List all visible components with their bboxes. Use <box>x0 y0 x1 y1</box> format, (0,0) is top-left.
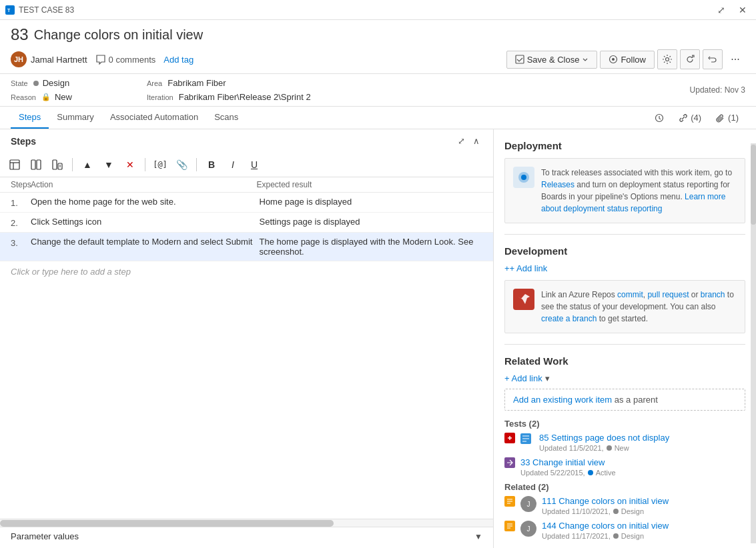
step-expected[interactable]: Home page is displayed <box>260 197 483 207</box>
toolbar-divider-1 <box>72 158 73 171</box>
close-icon[interactable]: ✕ <box>735 3 751 17</box>
iteration-value[interactable]: Fabrikam Fiber\Release 2\Sprint 2 <box>179 92 311 102</box>
undo-icon-button[interactable] <box>703 49 723 69</box>
bold-button[interactable]: B <box>202 155 221 174</box>
work-item-title: Change colors on initial view <box>34 27 203 43</box>
steps-spacer <box>0 282 493 519</box>
add-step-placeholder[interactable]: Click or type here to add a step <box>0 261 493 282</box>
test-item-meta-1: Updated 11/5/2021, New <box>539 444 745 452</box>
right-scrollbar-thumb[interactable] <box>751 145 756 225</box>
step-action[interactable]: Open the home page for the web site. <box>31 197 260 207</box>
test-item-link-2[interactable]: Change initial view <box>532 457 605 467</box>
step-expected[interactable]: The home page is displayed with the Mode… <box>260 237 483 257</box>
deployment-box: To track releases associated with this w… <box>504 158 745 223</box>
related-item-id-1[interactable]: 111 <box>542 496 556 506</box>
related-item-link-1[interactable]: Change colors on initial view <box>558 496 669 506</box>
title-bar: T TEST CASE 83 ⤢ ✕ <box>0 0 756 20</box>
commit-link[interactable]: commit <box>617 290 643 299</box>
step-expected[interactable]: Settings page is displayed <box>260 217 483 227</box>
status-dot-new <box>607 445 612 451</box>
move-down-button[interactable]: ▼ <box>99 155 118 174</box>
expand-icon[interactable]: ⤢ <box>713 3 729 17</box>
col-action-header: Action <box>31 180 257 189</box>
right-pane: Deployment To track releases associated … <box>494 129 756 548</box>
dev-text: Link an Azure Repos commit, pull request… <box>541 289 737 325</box>
tab-associated-automation[interactable]: Associated Automation <box>102 107 206 129</box>
steps-toolbar: ▲ ▼ ✕ [@] 📎 B I U <box>0 153 493 177</box>
tabs-bar: Steps Summary Associated Automation Scan… <box>0 107 756 129</box>
col-steps-header: Steps <box>11 180 31 189</box>
attachment-button[interactable]: 📎 <box>172 155 191 174</box>
title-bar-right: ⤢ ✕ <box>713 3 751 17</box>
area-value[interactable]: Fabrikam Fiber <box>167 78 226 88</box>
table-row[interactable]: 3. Change the default template to Modern… <box>0 233 493 261</box>
step-action[interactable]: Change the default template to Modern an… <box>31 237 260 247</box>
add-action-button[interactable] <box>27 155 45 174</box>
table-row[interactable]: 1. Open the home page for the web site. … <box>0 193 493 213</box>
horizontal-scrollbar[interactable] <box>0 519 493 527</box>
add-parent-suffix: as a parent <box>612 395 658 405</box>
delete-button[interactable]: ✕ <box>121 155 139 174</box>
collapse-icon[interactable]: ∧ <box>470 135 482 147</box>
refresh-icon-button[interactable] <box>680 49 700 69</box>
branch-link[interactable]: branch <box>701 290 725 299</box>
add-tag-button[interactable]: Add tag <box>163 55 194 65</box>
step-action[interactable]: Click Settings icon <box>31 217 260 227</box>
follow-button[interactable]: Follow <box>600 51 655 69</box>
comments-link[interactable]: 0 comments <box>95 54 156 65</box>
parameter-button[interactable]: [@] <box>151 155 169 174</box>
list-item: 85 Settings page does not display Update… <box>504 433 745 452</box>
test-item-title-2: 33 Change initial view <box>520 457 745 467</box>
main-content: Steps ⤢ ∧ ▲ ▼ ✕ [@] 📎 <box>0 129 756 548</box>
add-dev-link[interactable]: + + Add link <box>504 263 745 273</box>
list-item: J 144 Change colors on initial view Upda… <box>504 521 745 540</box>
test-item-link-1[interactable]: Settings page does not display <box>551 433 669 443</box>
author-info: JH Jamal Hartnett <box>11 51 87 67</box>
param-values-label: Parameter values <box>11 531 79 541</box>
table-row[interactable]: 2. Click Settings icon Settings page is … <box>0 213 493 233</box>
more-options-button[interactable]: ··· <box>725 49 745 69</box>
task-icon <box>504 496 515 507</box>
underline-button[interactable]: U <box>245 155 264 174</box>
area-iteration: Area Fabrikam Fiber Iteration Fabrikam F… <box>147 78 311 102</box>
italic-button[interactable]: I <box>224 155 242 174</box>
related-item-id-2[interactable]: 144 <box>542 521 556 531</box>
save-close-button[interactable]: Save & Close <box>506 51 598 69</box>
attachments-icon-button[interactable]: (1) <box>709 109 745 127</box>
add-parent-box[interactable]: Add an existing work item as a parent <box>504 389 745 411</box>
author-name: Jamal Hartnett <box>31 55 87 65</box>
attachments-count: (1) <box>728 113 739 123</box>
deployment-section: Deployment To track releases associated … <box>504 140 745 223</box>
add-related-link[interactable]: + Add link ▾ <box>504 373 745 383</box>
add-step-button[interactable] <box>5 155 24 174</box>
related-item-link-2[interactable]: Change colors on initial view <box>558 521 669 531</box>
right-scrollbar-track <box>751 143 756 543</box>
move-up-button[interactable]: ▲ <box>78 155 97 174</box>
history-icon-button[interactable] <box>648 109 671 127</box>
scrollbar-thumb[interactable] <box>0 520 334 527</box>
tab-steps[interactable]: Steps <box>11 107 49 129</box>
test-item-title: 85 Settings page does not display <box>539 433 745 443</box>
item-icon-wrap-4 <box>504 521 515 533</box>
tab-scans[interactable]: Scans <box>206 107 246 129</box>
reason-value[interactable]: New <box>55 92 72 102</box>
tab-summary[interactable]: Summary <box>49 107 102 129</box>
add-expected-button[interactable] <box>48 155 67 174</box>
updated-label: Updated: Nov 3 <box>690 85 745 95</box>
test-item-id-1[interactable]: 85 <box>539 433 548 443</box>
test-item-id-2[interactable]: 33 <box>520 457 530 467</box>
add-parent-link[interactable]: Add an existing work item <box>513 395 612 405</box>
item-icon-wrap-2 <box>504 457 515 470</box>
expand-icon[interactable]: ⤢ <box>455 135 468 147</box>
settings-icon-button[interactable] <box>657 49 677 69</box>
state-row: State Design <box>11 78 72 88</box>
links-icon-button[interactable]: (4) <box>672 109 708 127</box>
param-chevron[interactable]: ▼ <box>474 532 482 541</box>
create-branch-link[interactable]: create a branch <box>541 314 597 323</box>
state-value[interactable]: Design <box>43 78 69 88</box>
state-reason: State Design Reason 🔒 New <box>11 78 72 102</box>
header-actions: Save & Close Follow ··· <box>506 49 745 69</box>
title-bar-left: T TEST CASE 83 <box>5 5 74 15</box>
pull-request-link[interactable]: pull request <box>647 290 689 299</box>
releases-link[interactable]: Releases <box>541 180 575 189</box>
